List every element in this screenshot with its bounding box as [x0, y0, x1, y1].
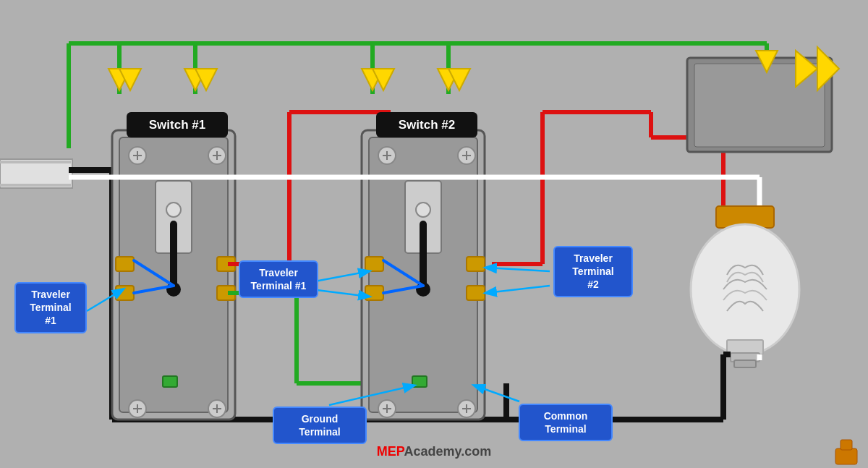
svg-rect-69	[412, 376, 427, 387]
svg-rect-3	[0, 184, 71, 187]
switch1-label: Switch #1	[149, 118, 205, 132]
svg-rect-100	[734, 360, 756, 367]
svg-rect-66	[365, 286, 383, 300]
common-terminal-text: CommonTerminal	[544, 410, 588, 435]
common-terminal-label: CommonTerminal	[519, 404, 613, 441]
svg-rect-67	[467, 257, 485, 271]
watermark: MEPAcademy.com	[377, 444, 491, 459]
switch2-label: Switch #2	[399, 118, 455, 132]
traveler-terminal-1b-text: TravelerTerminal #1	[251, 267, 307, 292]
traveler-terminal-1b-label: TravelerTerminal #1	[239, 260, 318, 298]
svg-rect-65	[365, 257, 383, 271]
traveler-terminal-1-label: TravelerTerminal#1	[14, 282, 87, 333]
svg-rect-68	[467, 286, 485, 300]
svg-rect-114	[835, 448, 857, 464]
svg-rect-115	[841, 440, 852, 450]
traveler-terminal-1-text: TravelerTerminal#1	[30, 289, 71, 326]
traveler-terminal-2-label: TravelerTerminal#2	[553, 246, 633, 297]
svg-point-62	[416, 203, 430, 217]
watermark-mep: MEP	[377, 444, 404, 459]
svg-point-23	[166, 203, 181, 217]
ground-terminal-label: GroundTerminal	[273, 407, 367, 444]
svg-point-97	[691, 224, 799, 354]
watermark-academy: Academy.com	[404, 444, 491, 459]
ground-terminal-text: GroundTerminal	[299, 413, 340, 438]
traveler-terminal-2-text: TravelerTerminal#2	[572, 252, 613, 290]
svg-rect-30	[163, 376, 177, 387]
svg-rect-26	[116, 257, 134, 271]
svg-rect-2	[0, 161, 71, 163]
